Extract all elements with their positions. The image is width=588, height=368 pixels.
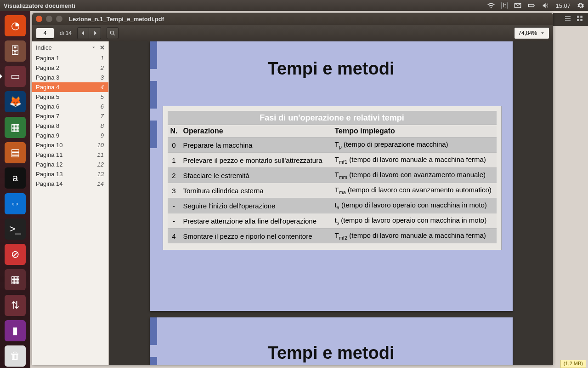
index-row[interactable]: Pagina 99 — [32, 131, 108, 140]
keyboard-lang-indicator[interactable]: It — [501, 2, 508, 9]
table-row: -Seguire l'inizio dell'operazioneta (tem… — [168, 198, 497, 213]
dash-icon: ◔ — [5, 15, 26, 36]
launcher-amazon[interactable]: a — [3, 167, 27, 190]
index-row[interactable]: Pagina 66 — [32, 102, 108, 111]
index-row[interactable]: Pagina 22 — [32, 63, 108, 73]
svg-rect-0 — [529, 4, 534, 6]
cell-time: Tp (tempo di preparazione macchina) — [332, 138, 497, 153]
launcher-dash[interactable]: ◔ — [3, 14, 27, 37]
table-row: -Prestare attenzione alla fine dell'oper… — [168, 213, 497, 229]
index-row-number: 1 — [101, 55, 104, 62]
zoom-value: 74,84% — [518, 30, 537, 36]
index-row-number: 8 — [101, 122, 104, 129]
cell-time: Tma (tempo di lavoro con avanzamento aut… — [332, 183, 497, 198]
table-row: 2Sfacciare le estremitàTmm (tempo di lav… — [168, 168, 497, 183]
active-app-title: Visualizzatore documenti — [4, 2, 75, 9]
next-page-button[interactable] — [89, 27, 101, 39]
window-close-button[interactable] — [36, 16, 42, 22]
index-row[interactable]: Pagina 33 — [32, 73, 108, 82]
files-icon: 🗄 — [5, 40, 26, 62]
system-tray: It 15.07 — [487, 2, 584, 9]
cell-n: 2 — [168, 168, 181, 183]
slide-title: Tempi e metodi — [150, 41, 513, 92]
page-total-label: di 14 — [57, 30, 74, 36]
index-row-label: Pagina 2 — [36, 64, 59, 71]
sidebar-mode-dropdown[interactable] — [91, 44, 96, 51]
cell-n: 0 — [168, 138, 181, 153]
document-area[interactable]: Tempi e metodi Fasi di un'operazione e r… — [109, 41, 553, 365]
cell-op: Sfacciare le estremità — [181, 168, 332, 183]
index-row[interactable]: Pagina 55 — [32, 92, 108, 102]
index-row[interactable]: Pagina 77 — [32, 111, 108, 121]
table-row: 4Smontare il pezzo e riporlo nel conteni… — [168, 229, 497, 244]
cell-time: Tmm (tempo di lavoro con avanzamento man… — [332, 168, 497, 183]
svg-rect-4 — [577, 19, 579, 21]
panel-icon: ▮ — [5, 320, 26, 341]
index-row[interactable]: Pagina 1111 — [32, 150, 108, 160]
svg-point-6 — [110, 31, 113, 34]
launcher-workspaces[interactable]: ▦ — [3, 268, 27, 292]
index-row-number: 4 — [101, 84, 104, 91]
index-row[interactable]: Pagina 1414 — [32, 179, 108, 189]
index-row[interactable]: Pagina 1212 — [32, 160, 108, 169]
launcher-panel[interactable]: ▮ — [3, 319, 27, 342]
index-row-label: Pagina 3 — [36, 74, 59, 81]
cell-n: 3 — [168, 183, 181, 198]
window-titlebar[interactable]: Lezione_n.1_Tempi_e_metodi.pdf — [32, 13, 553, 25]
grid-view-icon[interactable] — [576, 15, 583, 24]
index-row-label: Pagina 1 — [36, 55, 59, 62]
launcher-files[interactable]: 🗄 — [3, 39, 27, 63]
index-row-number: 12 — [97, 161, 104, 168]
index-row[interactable]: Pagina 11 — [32, 53, 108, 63]
index-row[interactable]: Pagina 1010 — [32, 140, 108, 150]
launcher-docviewer[interactable]: ▭ — [3, 65, 27, 88]
launcher-terminal[interactable]: >_ — [3, 217, 27, 241]
launcher-trash[interactable]: 🗑 — [3, 345, 27, 368]
launcher-calc[interactable]: ▦ — [3, 115, 27, 139]
usb-icon: ⇅ — [5, 295, 26, 316]
zoom-selector[interactable]: 74,84% — [514, 27, 549, 39]
launcher-pdf[interactable]: ⊘ — [3, 243, 27, 266]
pdf-page-current: Tempi e metodi Fasi di un'operazione e r… — [150, 41, 513, 311]
cell-op: Tornitura cilindrica esterna — [181, 183, 332, 198]
prev-page-button[interactable] — [77, 27, 89, 39]
launcher-firefox[interactable]: 🦊 — [3, 90, 27, 114]
terminal-icon: >_ — [5, 218, 26, 240]
cell-op: Smontare il pezzo e riporlo nel contenit… — [181, 229, 332, 244]
sidebar-title: Indice — [36, 44, 52, 51]
sidebar-close-button[interactable]: ✕ — [100, 44, 105, 51]
cell-n: 1 — [168, 153, 181, 168]
col-header-time: Tempo impiegato — [332, 125, 497, 138]
wifi-icon[interactable] — [487, 2, 495, 9]
index-list[interactable]: Pagina 11Pagina 22Pagina 33Pagina 44Pagi… — [32, 53, 108, 365]
launcher-usb[interactable]: ⇅ — [3, 293, 27, 317]
index-row[interactable]: Pagina 88 — [32, 121, 108, 131]
cell-op: Seguire l'inizio dell'operazione — [181, 198, 332, 213]
battery-icon[interactable] — [528, 2, 535, 9]
col-header-n: N. — [168, 125, 181, 138]
svg-rect-5 — [580, 19, 582, 21]
mail-icon[interactable] — [514, 2, 521, 9]
window-maximize-button[interactable] — [56, 16, 62, 22]
volume-icon[interactable] — [542, 2, 549, 9]
index-row-number: 14 — [97, 180, 104, 187]
launcher-teamviewer[interactable]: ↔ — [3, 192, 27, 215]
cell-n: - — [168, 213, 181, 229]
index-row-label: Pagina 7 — [36, 113, 59, 120]
window-minimize-button[interactable] — [46, 16, 52, 22]
list-view-icon[interactable] — [564, 15, 571, 24]
cell-time: Tmf1 (tempo di lavoro manuale a macchina… — [332, 153, 497, 168]
index-row[interactable]: Pagina 44 — [32, 82, 108, 92]
launcher-impress[interactable]: ▤ — [3, 141, 27, 164]
col-header-op: Operazione — [181, 125, 332, 138]
index-row-number: 9 — [101, 132, 104, 139]
pdf-page-next: Tempi e metodi — [150, 317, 513, 365]
index-row-label: Pagina 11 — [36, 151, 63, 158]
cell-time: ta (tempo di lavoro operaio con macchina… — [332, 198, 497, 213]
settings-gear-icon[interactable] — [577, 2, 584, 9]
index-row[interactable]: Pagina 1313 — [32, 169, 108, 179]
clock[interactable]: 15.07 — [555, 2, 571, 9]
page-number-input[interactable] — [36, 28, 54, 39]
search-button[interactable] — [107, 27, 119, 39]
cell-op: Prestare attenzione alla fine dell'opera… — [181, 213, 332, 229]
